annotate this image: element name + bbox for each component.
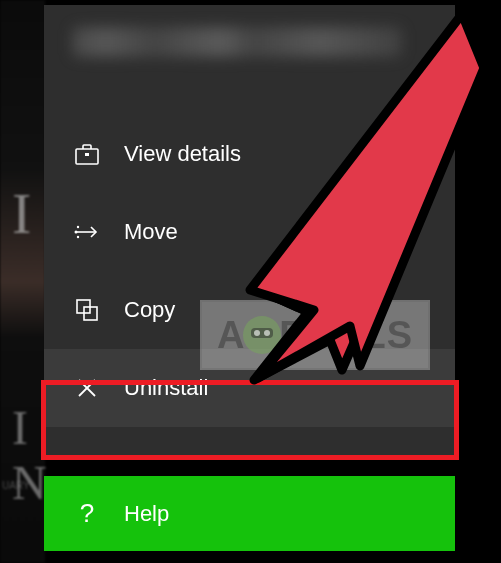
menu-item-uninstall[interactable]: Uninstall [44, 349, 455, 427]
svg-rect-0 [76, 149, 98, 164]
background-cover-art: I I N UARY [0, 0, 45, 563]
bg-small-text: UARY [2, 480, 30, 491]
menu-item-label: Copy [124, 297, 175, 323]
help-label: Help [124, 501, 169, 527]
bg-letter: I [12, 180, 33, 247]
menu-item-label: Move [124, 219, 178, 245]
menu-item-copy[interactable]: Copy [44, 271, 455, 349]
x-icon [72, 373, 102, 403]
menu-item-move[interactable]: Move [44, 193, 455, 271]
move-arrow-icon [72, 217, 102, 247]
menu-items: View details Move Copy [44, 85, 455, 427]
copy-icon [72, 295, 102, 325]
menu-item-label: Uninstall [124, 375, 208, 401]
menu-title-obscured [44, 5, 455, 85]
menu-item-view-details[interactable]: View details [44, 115, 455, 193]
svg-point-4 [77, 226, 79, 228]
context-menu: View details Move Copy [44, 5, 455, 460]
svg-rect-1 [85, 153, 89, 156]
question-icon: ? [72, 499, 102, 529]
bg-letter-2: I N [12, 400, 47, 510]
obscured-title-text [72, 27, 402, 57]
menu-item-label: View details [124, 141, 241, 167]
svg-point-5 [77, 236, 79, 238]
svg-point-3 [75, 231, 78, 234]
briefcase-icon [72, 139, 102, 169]
menu-item-help[interactable]: ? Help [44, 476, 455, 551]
